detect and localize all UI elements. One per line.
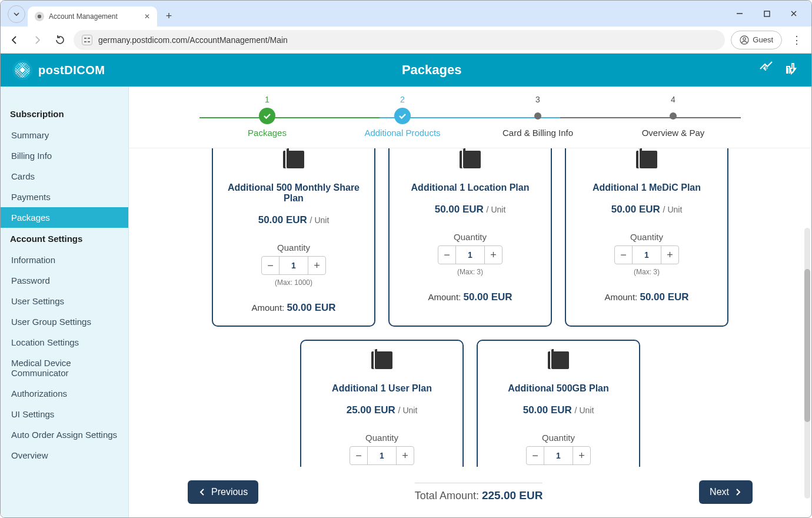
content-scroll[interactable]: Additional 500 Monthly Share Plan50.00 E… <box>129 148 811 467</box>
maximize-button[interactable] <box>754 4 780 24</box>
increment-button[interactable]: + <box>308 257 325 274</box>
book-icon <box>460 151 481 168</box>
sidebar-item-medical-device-communicator[interactable]: Medical Device Communicator <box>1 353 128 383</box>
max-hint: (Max: 3) <box>457 268 483 276</box>
step-number: 4 <box>671 95 675 104</box>
quantity-value: 1 <box>544 447 573 464</box>
quantity-stepper: −1+ <box>438 245 502 264</box>
max-hint: (Max: 1000) <box>275 278 312 287</box>
quantity-value: 1 <box>368 447 396 464</box>
sidebar-item-user-settings[interactable]: User Settings <box>1 291 128 311</box>
decrement-button[interactable]: − <box>438 246 456 264</box>
next-label: Next <box>710 487 729 497</box>
quantity-value: 1 <box>633 246 661 264</box>
increment-button[interactable]: + <box>661 246 678 264</box>
card-title: Additional 500GB Plan <box>508 383 609 394</box>
sidebar-item-user-group-settings[interactable]: User Group Settings <box>1 311 128 332</box>
sidebar-item-packages[interactable]: Packages <box>1 207 128 228</box>
sidebar-item-cards[interactable]: Cards <box>1 166 128 187</box>
wizard-step-3[interactable]: 3Card & Billing Info <box>470 95 605 138</box>
close-window-button[interactable] <box>781 4 807 24</box>
quantity-label: Quantity <box>630 232 663 242</box>
close-tab-button[interactable]: ✕ <box>144 12 150 21</box>
wizard-step-4[interactable]: 4Overview & Pay <box>605 95 741 138</box>
wizard-step-2[interactable]: 2Additional Products <box>335 95 470 138</box>
product-card: Additional 1 Location Plan50.00 EUR / Un… <box>388 148 552 327</box>
check-icon <box>394 108 411 124</box>
sidebar-item-summary[interactable]: Summary <box>1 125 128 145</box>
browser-tab[interactable]: Account Management ✕ <box>28 6 157 26</box>
increment-button[interactable]: + <box>573 447 590 464</box>
svg-point-7 <box>743 37 746 39</box>
sidebar-item-auto-order-assign-settings[interactable]: Auto Order Assign Settings <box>1 424 128 445</box>
url-text: germany.postdicom.com/AccountManagement/… <box>98 35 288 45</box>
max-hint: (Max: 3) <box>634 268 660 276</box>
card-amount: Amount: 50.00 EUR <box>428 291 512 303</box>
site-settings-icon[interactable] <box>82 35 92 45</box>
sidebar-item-location-settings[interactable]: Location Settings <box>1 332 128 353</box>
quantity-label: Quantity <box>542 433 575 443</box>
sidebar-item-password[interactable]: Password <box>1 270 128 291</box>
product-card: Additional 1 MeDiC Plan50.00 EUR / UnitQ… <box>565 148 728 327</box>
new-tab-button[interactable]: + <box>161 8 177 24</box>
browser-menu-button[interactable]: ⋮ <box>788 34 806 47</box>
card-title: Additional 1 MeDiC Plan <box>593 182 701 193</box>
step-label: Card & Billing Info <box>502 128 573 138</box>
tab-search-button[interactable] <box>8 5 25 23</box>
previous-button[interactable]: Previous <box>188 480 258 504</box>
sidebar: SubscriptionSummaryBilling InfoCardsPaym… <box>1 87 129 517</box>
address-bar[interactable]: germany.postdicom.com/AccountManagement/… <box>74 30 725 50</box>
forward-button[interactable] <box>29 32 45 48</box>
card-price: 50.00 EUR / Unit <box>435 204 506 215</box>
wizard-step-1[interactable]: 1Packages <box>199 95 335 138</box>
brand-logo[interactable]: postDICOM <box>12 60 105 80</box>
reload-button[interactable] <box>51 32 68 48</box>
book-icon <box>371 351 392 369</box>
decrement-button[interactable]: − <box>262 257 279 274</box>
decrement-button[interactable]: − <box>527 447 544 464</box>
favicon-icon <box>35 12 44 21</box>
quantity-stepper: −1+ <box>526 446 591 465</box>
packages-shortcut-icon[interactable]: $ <box>758 61 774 79</box>
total-amount: Total Amount: 225.00 EUR <box>415 483 543 502</box>
sidebar-item-authorizations[interactable]: Authorizations <box>1 383 128 404</box>
brand-name: postDICOM <box>38 64 105 77</box>
profile-button[interactable]: Guest <box>731 31 782 49</box>
svg-rect-2 <box>84 38 86 39</box>
profile-label: Guest <box>753 35 773 44</box>
card-price: 50.00 EUR / Unit <box>611 204 683 215</box>
card-title: Additional 500 Monthly Share Plan <box>219 182 368 204</box>
quantity-label: Quantity <box>365 433 398 443</box>
quantity-stepper: −1+ <box>261 256 326 275</box>
increment-button[interactable]: + <box>396 447 414 464</box>
sidebar-item-ui-settings[interactable]: UI Settings <box>1 404 128 424</box>
sidebar-item-information[interactable]: Information <box>1 250 128 270</box>
minimize-button[interactable] <box>727 4 753 24</box>
decrement-button[interactable]: − <box>615 246 633 264</box>
check-icon <box>259 108 275 124</box>
increment-button[interactable]: + <box>484 246 502 264</box>
tab-title: Account Management <box>49 12 139 21</box>
card-price: 50.00 EUR / Unit <box>523 404 594 416</box>
back-button[interactable] <box>6 32 23 48</box>
sidebar-item-payments[interactable]: Payments <box>1 187 128 207</box>
decrement-button[interactable]: − <box>350 447 368 464</box>
book-icon <box>283 151 304 168</box>
sidebar-item-overview[interactable]: Overview <box>1 445 128 466</box>
step-label: Additional Products <box>364 128 440 138</box>
sidebar-group-title: Subscription <box>1 103 128 125</box>
sidebar-item-billing-info[interactable]: Billing Info <box>1 145 128 166</box>
product-card: Additional 1 User Plan25.00 EUR / UnitQu… <box>300 340 464 467</box>
quantity-value: 1 <box>456 246 484 264</box>
card-title: Additional 1 User Plan <box>332 383 432 394</box>
product-card: Additional 500 Monthly Share Plan50.00 E… <box>212 148 375 327</box>
wizard-footer: Previous Total Amount: 225.00 EUR Next <box>129 467 811 517</box>
previous-label: Previous <box>211 487 248 497</box>
wizard-stepper: 1Packages2Additional Products3Card & Bil… <box>129 87 811 148</box>
next-button[interactable]: Next <box>699 480 753 504</box>
scrollbar-thumb[interactable] <box>804 269 810 422</box>
card-title: Additional 1 Location Plan <box>411 182 530 193</box>
dot-icon <box>670 112 677 119</box>
svg-text:$: $ <box>765 65 768 71</box>
logout-icon[interactable] <box>784 61 800 79</box>
